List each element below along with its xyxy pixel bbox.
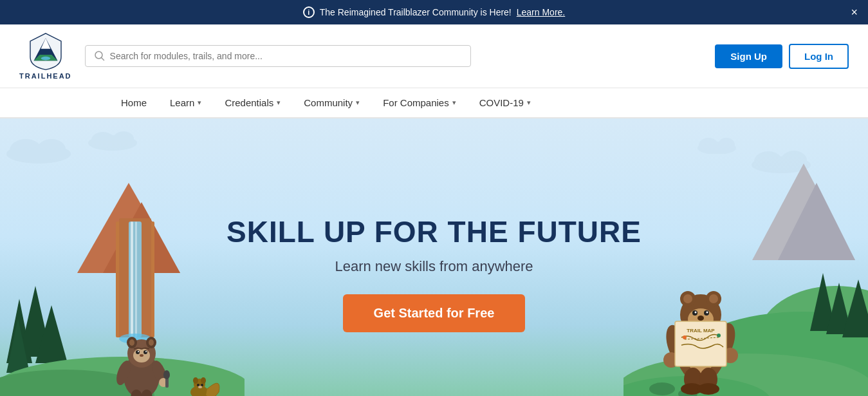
svg-point-45 [145, 351, 147, 352]
nav-item-home[interactable]: Home [109, 88, 158, 117]
svg-point-59 [201, 377, 206, 384]
svg-point-40 [149, 339, 154, 346]
nav-item-for-companies[interactable]: For Companies ▾ [371, 88, 468, 117]
logo[interactable]: TRAILHEAD [19, 32, 72, 80]
logo-icon [26, 32, 65, 71]
hero-left-illustration [0, 144, 245, 396]
signup-button[interactable]: Sign Up [715, 44, 782, 68]
svg-point-44 [138, 351, 139, 352]
nav-item-credentials[interactable]: Credentials ▾ [213, 88, 292, 117]
svg-point-93 [683, 335, 687, 339]
nav-item-covid19[interactable]: COVID-19 ▾ [468, 88, 542, 117]
svg-point-86 [697, 316, 704, 321]
search-bar[interactable] [85, 45, 471, 67]
svg-point-84 [695, 312, 697, 314]
svg-point-39 [129, 339, 134, 346]
search-input[interactable] [110, 51, 461, 61]
banner-message: The Reimagined Trailblazer Community is … [320, 7, 512, 17]
svg-point-80 [709, 294, 718, 303]
hero-text-area: SKILL UP FOR THE FUTURE Learn new skills… [226, 214, 642, 345]
hero-title: SKILL UP FOR THE FUTURE [226, 214, 642, 249]
chevron-down-icon: ▾ [527, 99, 531, 107]
svg-point-42 [136, 350, 140, 354]
svg-point-79 [683, 294, 692, 303]
chevron-down-icon: ▾ [277, 99, 281, 107]
banner-link[interactable]: Learn More. [517, 7, 565, 17]
chevron-down-icon: ▾ [198, 99, 201, 107]
info-icon: i [303, 6, 315, 18]
logo-text: TRAILHEAD [19, 72, 72, 80]
svg-point-62 [198, 386, 202, 388]
banner-close-button[interactable]: × [851, 6, 858, 18]
svg-line-5 [101, 58, 104, 61]
announcement-banner: i The Reimagined Trailblazer Community i… [0, 0, 868, 24]
auth-area: Sign Up Log In [715, 44, 849, 69]
svg-point-50 [163, 370, 170, 379]
svg-rect-23 [131, 222, 133, 337]
login-button[interactable]: Log In [789, 44, 849, 69]
hero-subtitle: Learn new skills from anywhere [226, 258, 642, 275]
hero-right-illustration: TRAIL MAP [623, 131, 868, 396]
nav-item-community[interactable]: Community ▾ [292, 88, 371, 117]
svg-point-94 [717, 334, 721, 337]
svg-point-46 [140, 354, 143, 357]
svg-point-3 [41, 57, 50, 61]
chevron-down-icon: ▾ [452, 99, 456, 107]
svg-point-99 [697, 383, 719, 395]
svg-text:TRAIL MAP: TRAIL MAP [687, 328, 715, 334]
nav-item-learn[interactable]: Learn ▾ [158, 88, 213, 117]
svg-rect-24 [135, 222, 137, 337]
svg-point-58 [193, 377, 198, 384]
chevron-down-icon: ▾ [356, 99, 360, 107]
nav-bar: Home Learn ▾ Credentials ▾ Community ▾ F… [0, 88, 868, 118]
hero-section: SKILL UP FOR THE FUTURE Learn new skills… [0, 118, 868, 396]
header: TRAILHEAD Sign Up Log In [0, 24, 868, 88]
svg-point-43 [143, 350, 147, 354]
search-icon [95, 51, 105, 61]
cta-button[interactable]: Get Started for Free [343, 294, 526, 332]
svg-point-72 [649, 382, 675, 395]
svg-point-85 [706, 312, 708, 314]
